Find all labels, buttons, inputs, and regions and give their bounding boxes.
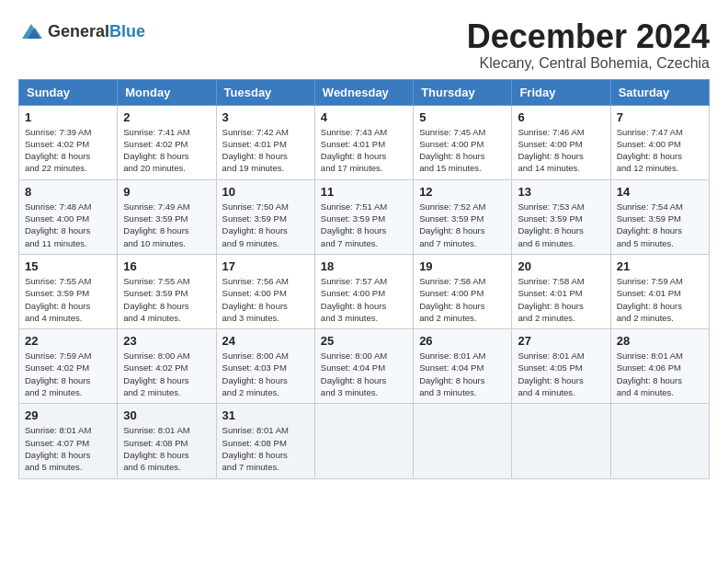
calendar-day-cell: 11Sunrise: 7:51 AM Sunset: 3:59 PM Dayli… (314, 179, 413, 254)
day-info: Sunrise: 7:57 AM Sunset: 4:00 PM Dayligh… (321, 275, 407, 324)
day-info: Sunrise: 7:42 AM Sunset: 4:01 PM Dayligh… (222, 126, 309, 175)
weekday-header-row: SundayMondayTuesdayWednesdayThursdayFrid… (19, 79, 710, 105)
day-info: Sunrise: 7:55 AM Sunset: 3:59 PM Dayligh… (25, 275, 111, 324)
calendar-day-cell (512, 404, 610, 478)
day-info: Sunrise: 7:55 AM Sunset: 3:59 PM Dayligh… (123, 275, 210, 324)
calendar-day-cell: 12Sunrise: 7:52 AM Sunset: 3:59 PM Dayli… (414, 179, 512, 254)
weekday-wednesday: Wednesday (314, 79, 413, 105)
weekday-saturday: Saturday (610, 79, 709, 105)
calendar-table: SundayMondayTuesdayWednesdayThursdayFrid… (18, 79, 710, 479)
calendar-day-cell: 9Sunrise: 7:49 AM Sunset: 3:59 PM Daylig… (118, 179, 216, 254)
day-info: Sunrise: 8:01 AM Sunset: 4:07 PM Dayligh… (25, 424, 111, 473)
day-number: 6 (518, 110, 604, 124)
day-info: Sunrise: 7:59 AM Sunset: 4:01 PM Dayligh… (617, 275, 703, 324)
calendar-day-cell (610, 404, 709, 478)
day-number: 20 (518, 259, 604, 273)
calendar-day-cell: 25Sunrise: 8:00 AM Sunset: 4:04 PM Dayli… (314, 329, 413, 404)
weekday-tuesday: Tuesday (216, 79, 314, 105)
day-info: Sunrise: 7:39 AM Sunset: 4:02 PM Dayligh… (25, 126, 111, 175)
logo-blue: Blue (109, 22, 145, 40)
day-number: 19 (419, 259, 506, 273)
day-number: 9 (123, 185, 210, 199)
calendar-week-row: 15Sunrise: 7:55 AM Sunset: 3:59 PM Dayli… (19, 254, 710, 328)
day-info: Sunrise: 7:52 AM Sunset: 3:59 PM Dayligh… (419, 201, 506, 249)
calendar-week-row: 1Sunrise: 7:39 AM Sunset: 4:02 PM Daylig… (19, 105, 710, 179)
calendar-day-cell: 26Sunrise: 8:01 AM Sunset: 4:04 PM Dayli… (414, 329, 512, 404)
day-info: Sunrise: 7:43 AM Sunset: 4:01 PM Dayligh… (321, 126, 407, 175)
calendar-day-cell: 29Sunrise: 8:01 AM Sunset: 4:07 PM Dayli… (19, 404, 118, 478)
calendar-day-cell: 5Sunrise: 7:45 AM Sunset: 4:00 PM Daylig… (414, 105, 512, 179)
calendar-day-cell: 1Sunrise: 7:39 AM Sunset: 4:02 PM Daylig… (19, 105, 118, 179)
weekday-friday: Friday (512, 79, 610, 105)
calendar-week-row: 29Sunrise: 8:01 AM Sunset: 4:07 PM Dayli… (19, 404, 710, 478)
calendar-day-cell: 27Sunrise: 8:01 AM Sunset: 4:05 PM Dayli… (512, 329, 610, 404)
calendar-day-cell (414, 404, 512, 478)
calendar-day-cell: 17Sunrise: 7:56 AM Sunset: 4:00 PM Dayli… (216, 254, 314, 328)
calendar-day-cell: 4Sunrise: 7:43 AM Sunset: 4:01 PM Daylig… (314, 105, 413, 179)
day-info: Sunrise: 7:59 AM Sunset: 4:02 PM Dayligh… (25, 350, 111, 398)
weekday-monday: Monday (118, 79, 216, 105)
calendar-day-cell: 18Sunrise: 7:57 AM Sunset: 4:00 PM Dayli… (314, 254, 413, 328)
calendar-day-cell: 31Sunrise: 8:01 AM Sunset: 4:08 PM Dayli… (216, 404, 314, 478)
calendar-day-cell: 13Sunrise: 7:53 AM Sunset: 3:59 PM Dayli… (512, 179, 610, 254)
day-info: Sunrise: 7:50 AM Sunset: 3:59 PM Dayligh… (222, 201, 309, 249)
day-info: Sunrise: 7:46 AM Sunset: 4:00 PM Dayligh… (518, 126, 604, 175)
title-block: December 2024 Klecany, Central Bohemia, … (467, 18, 710, 72)
day-number: 30 (123, 408, 210, 422)
logo-icon (18, 18, 44, 44)
calendar-day-cell: 16Sunrise: 7:55 AM Sunset: 3:59 PM Dayli… (118, 254, 216, 328)
calendar-day-cell (314, 404, 413, 478)
day-info: Sunrise: 8:01 AM Sunset: 4:05 PM Dayligh… (518, 350, 604, 398)
calendar-day-cell: 2Sunrise: 7:41 AM Sunset: 4:02 PM Daylig… (118, 105, 216, 179)
logo: GeneralBlue (18, 18, 145, 44)
day-number: 25 (321, 334, 407, 348)
day-number: 26 (419, 334, 506, 348)
day-info: Sunrise: 8:01 AM Sunset: 4:08 PM Dayligh… (123, 424, 210, 473)
calendar-day-cell: 19Sunrise: 7:58 AM Sunset: 4:00 PM Dayli… (414, 254, 512, 328)
day-number: 31 (222, 408, 309, 422)
calendar-day-cell: 15Sunrise: 7:55 AM Sunset: 3:59 PM Dayli… (19, 254, 118, 328)
day-info: Sunrise: 8:01 AM Sunset: 4:04 PM Dayligh… (419, 350, 506, 398)
calendar-week-row: 8Sunrise: 7:48 AM Sunset: 4:00 PM Daylig… (19, 179, 710, 254)
calendar-day-cell: 21Sunrise: 7:59 AM Sunset: 4:01 PM Dayli… (610, 254, 709, 328)
calendar-day-cell: 24Sunrise: 8:00 AM Sunset: 4:03 PM Dayli… (216, 329, 314, 404)
day-info: Sunrise: 7:56 AM Sunset: 4:00 PM Dayligh… (222, 275, 309, 324)
logo-general: General (48, 22, 109, 40)
page-header: GeneralBlue December 2024 Klecany, Centr… (18, 18, 710, 72)
day-number: 27 (518, 334, 604, 348)
weekday-sunday: Sunday (19, 79, 118, 105)
calendar-week-row: 22Sunrise: 7:59 AM Sunset: 4:02 PM Dayli… (19, 329, 710, 404)
day-info: Sunrise: 7:41 AM Sunset: 4:02 PM Dayligh… (123, 126, 210, 175)
day-info: Sunrise: 8:00 AM Sunset: 4:02 PM Dayligh… (123, 350, 210, 398)
day-number: 13 (518, 185, 604, 199)
day-info: Sunrise: 7:58 AM Sunset: 4:00 PM Dayligh… (419, 275, 506, 324)
calendar-day-cell: 14Sunrise: 7:54 AM Sunset: 3:59 PM Dayli… (610, 179, 709, 254)
calendar-day-cell: 3Sunrise: 7:42 AM Sunset: 4:01 PM Daylig… (216, 105, 314, 179)
calendar-day-cell: 10Sunrise: 7:50 AM Sunset: 3:59 PM Dayli… (216, 179, 314, 254)
day-number: 10 (222, 185, 309, 199)
day-number: 4 (321, 110, 407, 124)
calendar-body: 1Sunrise: 7:39 AM Sunset: 4:02 PM Daylig… (19, 105, 710, 478)
day-info: Sunrise: 8:00 AM Sunset: 4:03 PM Dayligh… (222, 350, 309, 398)
day-number: 8 (25, 185, 111, 199)
calendar-day-cell: 6Sunrise: 7:46 AM Sunset: 4:00 PM Daylig… (512, 105, 610, 179)
weekday-thursday: Thursday (414, 79, 512, 105)
day-info: Sunrise: 7:53 AM Sunset: 3:59 PM Dayligh… (518, 201, 604, 249)
location-subtitle: Klecany, Central Bohemia, Czechia (467, 55, 710, 72)
day-number: 11 (321, 185, 407, 199)
month-title: December 2024 (467, 18, 710, 55)
day-number: 22 (25, 334, 111, 348)
day-info: Sunrise: 8:01 AM Sunset: 4:08 PM Dayligh… (222, 424, 309, 473)
day-number: 2 (123, 110, 210, 124)
day-number: 1 (25, 110, 111, 124)
day-info: Sunrise: 7:49 AM Sunset: 3:59 PM Dayligh… (123, 201, 210, 249)
day-number: 12 (419, 185, 506, 199)
day-number: 18 (321, 259, 407, 273)
day-info: Sunrise: 7:47 AM Sunset: 4:00 PM Dayligh… (617, 126, 703, 175)
day-number: 15 (25, 259, 111, 273)
calendar-day-cell: 22Sunrise: 7:59 AM Sunset: 4:02 PM Dayli… (19, 329, 118, 404)
calendar-day-cell: 7Sunrise: 7:47 AM Sunset: 4:00 PM Daylig… (610, 105, 709, 179)
day-info: Sunrise: 7:48 AM Sunset: 4:00 PM Dayligh… (25, 201, 111, 249)
day-info: Sunrise: 8:00 AM Sunset: 4:04 PM Dayligh… (321, 350, 407, 398)
day-number: 5 (419, 110, 506, 124)
